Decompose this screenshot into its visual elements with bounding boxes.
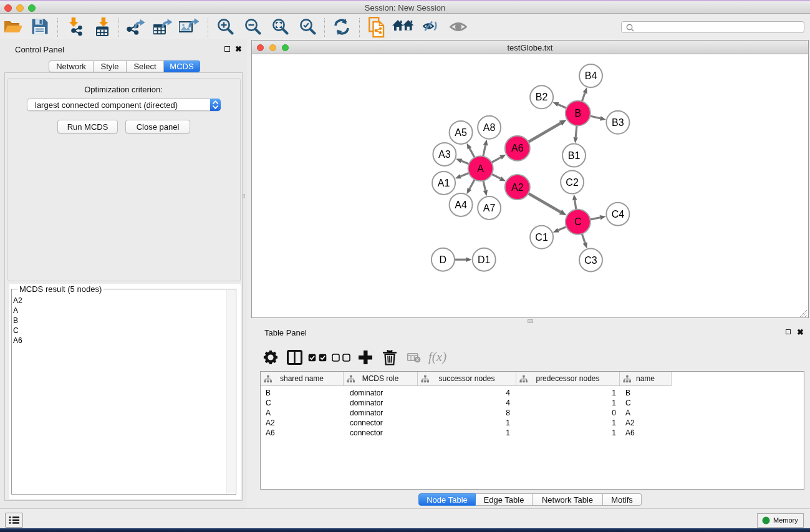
- svg-text:B4: B4: [585, 70, 597, 81]
- svg-text:A: A: [477, 163, 484, 174]
- svg-text:D1: D1: [478, 254, 491, 265]
- svg-text:A1: A1: [438, 178, 450, 188]
- svg-text:A7: A7: [483, 203, 496, 213]
- svg-text:B1: B1: [568, 150, 581, 161]
- svg-text:C2: C2: [566, 177, 579, 188]
- svg-text:D: D: [440, 254, 447, 265]
- svg-text:C4: C4: [612, 209, 625, 220]
- svg-text:B2: B2: [536, 92, 548, 102]
- svg-text:C3: C3: [584, 255, 597, 266]
- svg-text:A4: A4: [455, 200, 467, 210]
- svg-text:A5: A5: [455, 127, 467, 138]
- svg-text:C: C: [574, 216, 582, 227]
- svg-text:A6: A6: [511, 143, 524, 153]
- svg-text:A3: A3: [438, 149, 451, 160]
- svg-text:B: B: [574, 108, 581, 118]
- svg-text:A8: A8: [483, 122, 496, 133]
- svg-text:C1: C1: [535, 232, 548, 243]
- svg-text:B3: B3: [612, 117, 624, 128]
- svg-text:A2: A2: [511, 182, 524, 193]
